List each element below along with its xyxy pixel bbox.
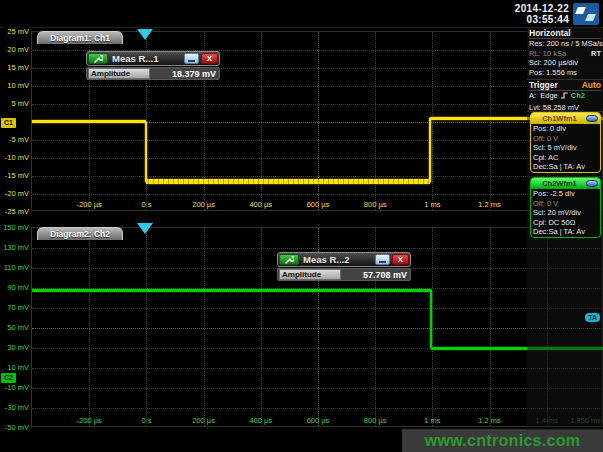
- y-axis-tick-label: -10 mV: [2, 383, 30, 392]
- meas-result-popup-1[interactable]: Meas R...1 X Amplitude 18.379 mV: [86, 51, 220, 80]
- ch2-panel-button-icon[interactable]: [586, 180, 598, 187]
- y-axis-tick-label: 50 mV: [2, 323, 30, 332]
- ch2-waveform-panel[interactable]: Ch2Wfm1 Pos: -2.5 divOff: 0 VScl: 20 mV/…: [530, 177, 601, 238]
- bottom-strip: www.cntronics.com: [0, 429, 603, 452]
- x-axis-tick-label: 1.2 ms: [468, 200, 512, 209]
- meas2-minimize-button[interactable]: [375, 254, 390, 265]
- ch1-trace-edge: [145, 122, 147, 182]
- gridline: [32, 140, 602, 141]
- gridline: [432, 32, 433, 210]
- trigger-level: Lvl: 58.258 mV: [529, 103, 601, 113]
- meas2-title: Meas R...2: [300, 253, 374, 266]
- y-axis-tick-label: -30 mV: [2, 403, 30, 412]
- x-axis-tick-label: 200 µs: [182, 200, 226, 209]
- signal-bar: Horizontal Res: 200 ns / 5 MSa/s RL: 10 …: [527, 28, 603, 430]
- gridline: [261, 228, 262, 426]
- y-axis-tick-label: 5 mV: [2, 99, 30, 108]
- gridline: [32, 104, 602, 105]
- meas2-param-label: Amplitude: [279, 269, 341, 280]
- ch2-zero-marker[interactable]: C2: [1, 373, 16, 383]
- y-axis-tick-label: -10 mV: [2, 153, 30, 162]
- y-axis-tick-label: 70 mV: [2, 303, 30, 312]
- edge-slope-icon: [560, 91, 569, 103]
- waveform-panel-line: Scl: 5 mV/div: [531, 143, 600, 153]
- y-axis-tick-label: 20 mV: [2, 45, 30, 54]
- meas1-result-row: Amplitude 18.379 mV: [86, 67, 220, 80]
- trigger-title: Trigger: [529, 80, 558, 90]
- gridline: [204, 228, 205, 426]
- ch1-trace: [146, 179, 429, 184]
- gridline: [32, 176, 602, 177]
- gridline: [32, 194, 602, 195]
- x-axis-tick-label: 0 s: [124, 200, 168, 209]
- horizontal-settings-panel[interactable]: Horizontal Res: 200 ns / 5 MSa/s RL: 10 …: [527, 28, 603, 80]
- trigger-a-label: A:: [529, 91, 536, 103]
- y-axis-tick-label: -20 mV: [2, 189, 30, 198]
- ch1-waveform-panel[interactable]: Ch1Wfm1 Pos: 0 divOff: 0 VScl: 5 mV/divC…: [530, 112, 601, 173]
- ch1-panel-title: Ch1Wfm1: [533, 114, 586, 123]
- ch1-zero-marker[interactable]: C1: [1, 118, 16, 128]
- x-axis-tick-label: 1.2 ms: [468, 416, 512, 425]
- y-axis-tick-label: 130 mV: [2, 243, 30, 252]
- x-axis-tick-label: 1 ms: [410, 200, 454, 209]
- y-axis-tick-label: -5 mV: [2, 135, 30, 144]
- tab-diagram2-ch2[interactable]: Diagram2: Ch2: [37, 227, 123, 240]
- meas2-result-row: Amplitude 57.708 mV: [277, 268, 411, 281]
- wrench-icon: [284, 255, 294, 265]
- y-axis-tick-label: -50 mV: [2, 423, 30, 432]
- gridline: [32, 328, 602, 329]
- meas2-close-button[interactable]: X: [392, 254, 409, 265]
- datetime-display: 2014-12-22 03:55:44: [515, 3, 569, 25]
- meas1-param-label: Amplitude: [88, 68, 150, 79]
- meas2-settings-button[interactable]: [279, 254, 299, 265]
- waveform-panel-line: Pos: -2.5 div: [531, 189, 600, 199]
- x-axis-tick-label: -200 µs: [67, 200, 111, 209]
- gridline: [32, 158, 602, 159]
- x-axis-tick-label: 200 µs: [182, 416, 226, 425]
- meas1-close-button[interactable]: X: [201, 53, 218, 64]
- meas-result-popup-2[interactable]: Meas R...2 X Amplitude 57.708 mV: [277, 252, 411, 281]
- y-axis-tick-label: -25 mV: [2, 207, 30, 216]
- x-axis-tick-label: -200 µs: [67, 416, 111, 425]
- x-axis-tick-label: 600 µs: [296, 416, 340, 425]
- gridline: [32, 368, 602, 369]
- trigger-source: Ch2: [571, 91, 585, 103]
- meas1-titlebar[interactable]: Meas R...1 X: [86, 51, 220, 66]
- y-axis-tick-label: 25 mV: [2, 27, 30, 36]
- meas2-value: 57.708 mV: [341, 270, 410, 280]
- waveform-panel-line: Cpl: DC 50Ω: [531, 218, 600, 228]
- trigger-settings-panel[interactable]: Trigger Auto A: Edge Ch2 Lvl: 58.258 mV: [527, 80, 603, 112]
- gridline: [490, 32, 491, 210]
- minimize-icon: [379, 261, 386, 263]
- watermark-box: www.cntronics.com: [402, 429, 603, 452]
- ch2-trace: [32, 289, 431, 292]
- realtime-badge: RT: [591, 49, 601, 59]
- y-axis-tick-label: 90 mV: [2, 283, 30, 292]
- x-axis-tick-label: 1 ms: [410, 416, 454, 425]
- ch1-panel-button-icon[interactable]: [586, 115, 598, 122]
- horizontal-record-length: RL: 10 kSa: [529, 49, 566, 59]
- x-axis-tick-label: 600 µs: [296, 200, 340, 209]
- meas1-settings-button[interactable]: [88, 53, 108, 64]
- horizontal-position: Pos: 1.556 ms: [529, 68, 601, 78]
- gridline: [89, 228, 90, 426]
- y-axis-tick-label: -15 mV: [2, 171, 30, 180]
- trigger-level-badge[interactable]: TA: [585, 313, 600, 322]
- horizontal-title: Horizontal: [529, 28, 571, 38]
- tab-diagram1-ch1[interactable]: Diagram1: Ch1: [37, 31, 123, 44]
- trigger-position-marker-icon[interactable]: [137, 29, 153, 40]
- gridline: [32, 388, 602, 389]
- date-label: 2014-12-22: [515, 3, 569, 14]
- trigger-position-marker-icon[interactable]: [137, 223, 153, 234]
- oscilloscope-screen: 2014-12-22 03:55:44 25 mV20 mV15 mV10 mV…: [0, 0, 603, 452]
- gridline: [146, 228, 147, 426]
- waveform-panel-line: Dec:Sa | TA: Av: [531, 162, 600, 172]
- waveform-panel-line: Dec:Sa | TA: Av: [531, 227, 600, 237]
- ch2-trace-edge: [430, 290, 432, 348]
- gridline: [490, 228, 491, 426]
- meas1-minimize-button[interactable]: [184, 53, 199, 64]
- ch1-trace: [32, 120, 146, 123]
- gridline: [432, 228, 433, 426]
- meas2-titlebar[interactable]: Meas R...2 X: [277, 252, 411, 267]
- horizontal-scale: Scl: 200 µs/div: [529, 58, 601, 68]
